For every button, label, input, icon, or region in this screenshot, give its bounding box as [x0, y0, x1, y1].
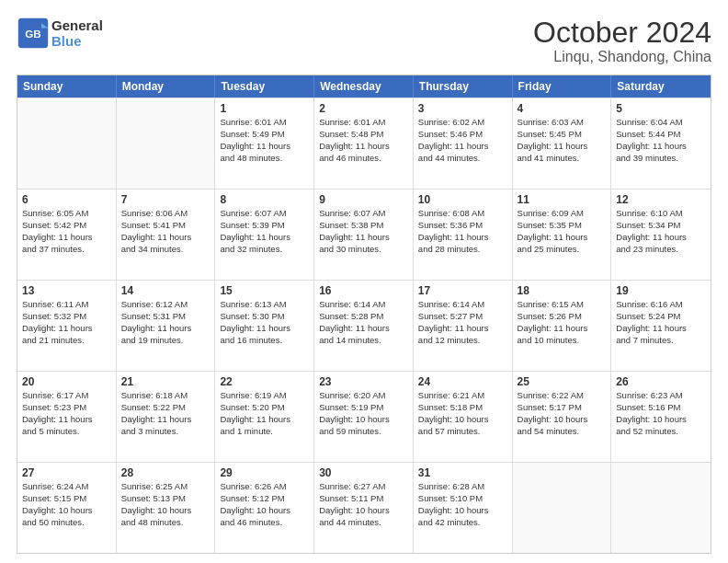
cell-info-line: Sunset: 5:24 PM [616, 311, 706, 323]
cell-info-line: and 23 minutes. [616, 244, 706, 256]
cell-info-line: Sunset: 5:12 PM [220, 493, 309, 505]
logo-icon: GB [17, 17, 50, 50]
calendar-cell: 9Sunrise: 6:07 AMSunset: 5:38 PMDaylight… [314, 190, 414, 280]
calendar-row: 6Sunrise: 6:05 AMSunset: 5:42 PMDaylight… [17, 189, 711, 280]
cell-info-line: and 32 minutes. [220, 244, 309, 256]
cell-info-line: Daylight: 10 hours [418, 505, 507, 517]
cell-info-line: Sunrise: 6:07 AM [220, 208, 309, 220]
calendar-cell: 20Sunrise: 6:17 AMSunset: 5:23 PMDayligh… [17, 372, 117, 462]
calendar-cell: 15Sunrise: 6:13 AMSunset: 5:30 PMDayligh… [215, 281, 314, 371]
cell-info-line: Sunrise: 6:01 AM [319, 117, 408, 129]
calendar-cell: 21Sunrise: 6:18 AMSunset: 5:22 PMDayligh… [117, 372, 216, 462]
day-number: 26 [616, 375, 706, 388]
calendar-cell: 31Sunrise: 6:28 AMSunset: 5:10 PMDayligh… [414, 463, 513, 553]
cell-info-line: Sunrise: 6:03 AM [518, 117, 607, 129]
cell-info-line: Daylight: 11 hours [220, 232, 309, 244]
cell-info-line: Sunrise: 6:06 AM [121, 208, 210, 220]
weekday-header: Monday [117, 75, 216, 98]
day-number: 4 [518, 102, 607, 115]
cell-info-line: Sunset: 5:39 PM [220, 220, 309, 232]
calendar-cell: 22Sunrise: 6:19 AMSunset: 5:20 PMDayligh… [215, 372, 314, 462]
calendar-cell: 24Sunrise: 6:21 AMSunset: 5:18 PMDayligh… [414, 372, 513, 462]
cell-info-line: Sunset: 5:48 PM [319, 129, 408, 141]
weekday-header: Friday [513, 75, 612, 98]
cell-info-line: and 10 minutes. [518, 335, 607, 347]
cell-info-line: Sunrise: 6:09 AM [518, 208, 607, 220]
cell-info-line: Daylight: 11 hours [616, 323, 706, 335]
weekday-header: Tuesday [215, 75, 314, 98]
cell-info-line: Daylight: 10 hours [319, 414, 408, 426]
cell-info-line: Sunrise: 6:18 AM [121, 390, 210, 402]
cell-info-line: Daylight: 11 hours [319, 323, 408, 335]
day-number: 24 [418, 375, 507, 388]
day-number: 23 [319, 375, 408, 388]
cell-info-line: Sunrise: 6:28 AM [418, 481, 507, 493]
calendar-cell: 13Sunrise: 6:11 AMSunset: 5:32 PMDayligh… [17, 281, 117, 371]
header: GB General Blue October 2024 Linqu, Shan… [17, 17, 711, 65]
day-number: 8 [220, 193, 309, 206]
calendar-row: 13Sunrise: 6:11 AMSunset: 5:32 PMDayligh… [17, 280, 711, 371]
calendar-cell: 23Sunrise: 6:20 AMSunset: 5:19 PMDayligh… [314, 372, 414, 462]
cell-info-line: and 5 minutes. [22, 426, 111, 438]
page: GB General Blue October 2024 Linqu, Shan… [0, 0, 728, 563]
calendar-cell: 2Sunrise: 6:01 AMSunset: 5:48 PMDaylight… [314, 98, 414, 189]
day-number: 20 [22, 375, 111, 388]
logo: GB General Blue [17, 17, 103, 50]
cell-info-line: and 7 minutes. [616, 335, 706, 347]
weekday-header: Saturday [611, 75, 711, 98]
cell-info-line: and 21 minutes. [22, 335, 111, 347]
calendar-row: 20Sunrise: 6:17 AMSunset: 5:23 PMDayligh… [17, 371, 711, 462]
cell-info-line: and 37 minutes. [22, 244, 111, 256]
day-number: 11 [518, 193, 607, 206]
day-number: 13 [22, 284, 111, 297]
cell-info-line: Sunrise: 6:20 AM [319, 390, 408, 402]
day-number: 15 [220, 284, 309, 297]
cell-info-line: Daylight: 10 hours [319, 505, 408, 517]
cell-info-line: Sunset: 5:22 PM [121, 402, 210, 414]
cell-info-line: and 41 minutes. [518, 153, 607, 165]
cell-info-line: and 28 minutes. [418, 244, 507, 256]
cell-info-line: Sunset: 5:26 PM [518, 311, 607, 323]
cell-info-line: Sunset: 5:23 PM [22, 402, 111, 414]
cell-info-line: Sunrise: 6:23 AM [616, 390, 706, 402]
calendar-cell: 29Sunrise: 6:26 AMSunset: 5:12 PMDayligh… [215, 463, 314, 553]
cell-info-line: Daylight: 10 hours [22, 505, 111, 517]
cell-info-line: Daylight: 11 hours [22, 323, 111, 335]
calendar-cell: 30Sunrise: 6:27 AMSunset: 5:11 PMDayligh… [314, 463, 414, 553]
cell-info-line: and 25 minutes. [518, 244, 607, 256]
calendar-cell: 16Sunrise: 6:14 AMSunset: 5:28 PMDayligh… [314, 281, 414, 371]
calendar-cell: 28Sunrise: 6:25 AMSunset: 5:13 PMDayligh… [117, 463, 216, 553]
day-number: 6 [22, 193, 111, 206]
day-number: 30 [319, 466, 408, 479]
cell-info-line: and 46 minutes. [319, 153, 408, 165]
day-number: 14 [121, 284, 210, 297]
cell-info-line: and 50 minutes. [22, 517, 111, 529]
cell-info-line: Daylight: 10 hours [518, 414, 607, 426]
cell-info-line: Sunset: 5:17 PM [518, 402, 607, 414]
cell-info-line: Daylight: 10 hours [418, 414, 507, 426]
cell-info-line: Sunset: 5:45 PM [518, 129, 607, 141]
cell-info-line: Sunset: 5:34 PM [616, 220, 706, 232]
cell-info-line: Daylight: 11 hours [220, 323, 309, 335]
cell-info-line: Daylight: 10 hours [121, 505, 210, 517]
cell-info-line: Sunrise: 6:11 AM [22, 299, 111, 311]
calendar-cell: 18Sunrise: 6:15 AMSunset: 5:26 PMDayligh… [513, 281, 612, 371]
cell-info-line: Sunrise: 6:04 AM [616, 117, 706, 129]
cell-info-line: Sunrise: 6:27 AM [319, 481, 408, 493]
cell-info-line: and 44 minutes. [418, 153, 507, 165]
day-number: 25 [518, 375, 607, 388]
day-number: 16 [319, 284, 408, 297]
title-block: October 2024 Linqu, Shandong, China [533, 17, 711, 65]
cell-info-line: Sunrise: 6:12 AM [121, 299, 210, 311]
cell-info-line: and 3 minutes. [121, 426, 210, 438]
cell-info-line: Sunset: 5:27 PM [418, 311, 507, 323]
day-number: 18 [518, 284, 607, 297]
calendar-cell: 8Sunrise: 6:07 AMSunset: 5:39 PMDaylight… [215, 190, 314, 280]
cell-info-line: Daylight: 11 hours [121, 323, 210, 335]
cell-info-line: Sunrise: 6:01 AM [220, 117, 309, 129]
cell-info-line: and 39 minutes. [616, 153, 706, 165]
cell-info-line: Daylight: 11 hours [518, 323, 607, 335]
cell-info-line: Sunrise: 6:14 AM [418, 299, 507, 311]
cell-info-line: Daylight: 11 hours [22, 414, 111, 426]
cell-info-line: and 54 minutes. [518, 426, 607, 438]
